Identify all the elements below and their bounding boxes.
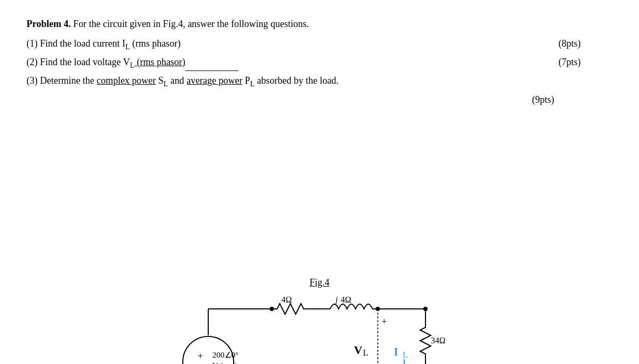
svg-text:34Ω: 34Ω [431, 336, 446, 345]
q2-pts: (7pts) [558, 54, 581, 70]
q1-text: (1) Find the load current [26, 38, 122, 49]
q3-term2: average power [187, 75, 242, 86]
svg-text:V: V [354, 343, 362, 357]
svg-text:L: L [363, 348, 368, 357]
svg-text:+: + [198, 351, 203, 361]
circuit-svg: + − 200∠0° V (rms) 4Ω j 4Ω [166, 277, 473, 364]
svg-text:+: + [381, 316, 387, 327]
q2-var: V [123, 57, 130, 67]
q3-suffix: absorbed by the load. [255, 75, 339, 86]
q3-pts: (9pts) [532, 94, 554, 105]
q1-pts: (8pts) [558, 35, 581, 52]
svg-text:4Ω: 4Ω [341, 295, 351, 304]
q2-sub: L [130, 61, 135, 69]
problem-text: Problem 4. For the circuit given in Fig.… [26, 16, 613, 108]
q3-sub1: L [163, 80, 168, 88]
circuit-diagram: + − 200∠0° V (rms) 4Ω j 4Ω [26, 277, 613, 364]
svg-point-1 [183, 336, 234, 364]
q3-mid: S [156, 75, 164, 86]
q3-and: and [168, 75, 187, 86]
problem-intro: For the circuit given in Fig.4, answer t… [73, 19, 309, 29]
svg-text:I: I [394, 345, 398, 358]
q1-sub: L [125, 42, 130, 50]
svg-text:j: j [334, 295, 338, 305]
svg-text:L: L [403, 350, 408, 359]
q1-suffix: (rms phasor) [130, 38, 181, 49]
q3-term1: complex power [96, 75, 155, 86]
q2-suffix: (rms phasor) [135, 57, 185, 67]
problem-header: Problem 4. [26, 19, 71, 29]
svg-text:200∠0°: 200∠0° [212, 351, 238, 359]
q3-mid2: P [242, 75, 250, 86]
q3-text: (3) Determine the [26, 75, 96, 86]
svg-text:V (rms): V (rms) [212, 361, 237, 364]
q2-text: (2) Find the load voltage [26, 57, 123, 67]
q3-sub2: L [250, 80, 255, 88]
